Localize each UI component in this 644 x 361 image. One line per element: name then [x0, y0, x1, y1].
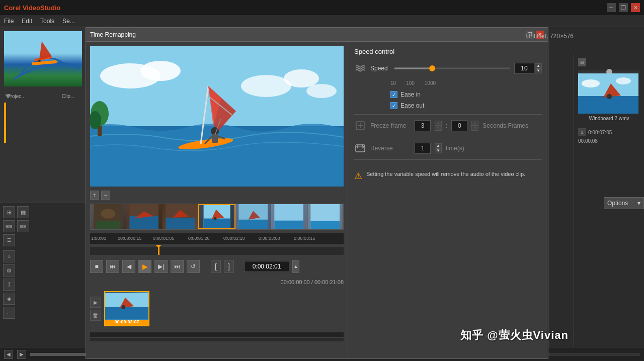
ruler-mark-1: 00:00:00:15	[118, 236, 142, 241]
timeline-frame-2[interactable]	[126, 204, 162, 229]
prev-frame-button[interactable]: ◀	[122, 260, 135, 273]
svg-point-6	[140, 61, 181, 81]
sidebar-slider[interactable]	[4, 103, 6, 143]
timeline-frame-3[interactable]	[163, 204, 198, 229]
speed-spin-up[interactable]: ▲	[535, 63, 542, 68]
timeline-frame-5[interactable]	[235, 204, 271, 229]
svg-rect-35	[275, 221, 304, 229]
sidebar-icon-settings[interactable]: ⚙	[3, 264, 15, 277]
svg-rect-30	[203, 219, 230, 228]
svg-point-48	[607, 94, 612, 99]
sidebar-video-preview	[4, 31, 82, 86]
svg-point-31	[214, 217, 216, 220]
menu-tools[interactable]: Tools	[40, 18, 54, 25]
sidebar-icon-grid[interactable]: ⊞	[3, 206, 15, 218]
ease-out-label: Ease out	[400, 102, 424, 109]
speed-icon	[354, 62, 366, 74]
zoom-out-button[interactable]: −	[101, 191, 110, 200]
reverse-up[interactable]: ▲	[435, 143, 442, 148]
dialog-title: Time Remapping	[90, 31, 136, 38]
svg-point-23	[101, 209, 116, 219]
track-delete-icon[interactable]: 🗑	[90, 310, 101, 321]
ruler-mark-3: 0:00:01:20	[188, 236, 210, 241]
sidebar-icon-color[interactable]: ◈	[3, 293, 15, 305]
reverse-arrows-icon	[355, 143, 366, 154]
right-grid-icon[interactable]: ⊞	[578, 58, 586, 66]
timeline-ruler: 1:00:00 00:00:00:15 0:00:01:05 0:00:01:2…	[90, 233, 344, 244]
timeline-strip	[90, 204, 344, 230]
sidebar-icon-film[interactable]: ▦	[17, 206, 29, 218]
zoom-in-button[interactable]: +	[90, 191, 99, 200]
speed-slider[interactable]	[394, 64, 510, 72]
reverse-unit-label: time(s)	[446, 145, 464, 152]
sidebar-icon-text[interactable]: T	[3, 279, 15, 291]
minimize-button[interactable]: ─	[607, 3, 616, 12]
time-info-value-1: 0:00:07:05	[588, 130, 612, 135]
stop-button[interactable]: ■	[90, 260, 103, 273]
ease-in-checkbox[interactable]: ✓	[390, 91, 397, 98]
track-icons: ▶ 🗑	[90, 297, 101, 321]
speed-row: Speed 10 ▲ ▼	[354, 62, 542, 74]
sidebar-preview-svg	[4, 31, 82, 86]
menu-edit[interactable]: Edit	[22, 18, 32, 25]
svg-point-7	[241, 75, 291, 97]
playhead[interactable]	[158, 247, 159, 255]
speed-scale-row: 10 100 1000	[390, 80, 542, 86]
sidebar-icon-circle[interactable]: ○	[3, 250, 15, 262]
menu-file[interactable]: File	[4, 18, 14, 25]
time-spinup-button[interactable]: ▲	[292, 260, 299, 273]
loop-button[interactable]: ↺	[187, 260, 200, 273]
prev-button[interactable]: ⏮	[106, 260, 119, 273]
zoom-controls: + −	[90, 190, 344, 201]
sidebar-icon-list[interactable]: ☰	[3, 234, 15, 246]
warning-text: Setting the variable speed will remove t…	[366, 170, 525, 178]
out-point-button[interactable]: ]	[224, 260, 234, 273]
time-info-value-2: 00:00:08	[578, 138, 598, 144]
speed-slider-thumb[interactable]	[429, 65, 435, 71]
freeze-frames-up: ▲	[471, 121, 478, 126]
next-frame-button[interactable]: ▶|	[154, 260, 168, 273]
ease-out-checkbox[interactable]: ✓	[390, 102, 397, 109]
svg-rect-28	[166, 218, 195, 229]
right-clip-label: Windboard 2.wmv	[578, 116, 640, 121]
ease-in-row: ✓ Ease in	[390, 91, 542, 98]
sidebar-icon-tool[interactable]: ⌐	[3, 307, 15, 319]
freeze-icon	[355, 120, 366, 131]
right-top-toolbar: ⊞	[578, 58, 640, 66]
bottom-prev-button[interactable]: ◀	[4, 350, 13, 359]
timeline-frame-7[interactable]	[307, 204, 343, 229]
sidebar-icon-sub1[interactable]: ⊟⊟	[3, 220, 15, 232]
timeline-frame-4[interactable]	[198, 204, 235, 229]
menu-se[interactable]: Se...	[62, 18, 75, 25]
freeze-frames-display: 0	[451, 120, 467, 131]
reverse-times-display: 1	[415, 143, 431, 154]
scale-mark-10: 10	[390, 80, 396, 86]
video-area: + −	[86, 42, 348, 358]
right-video-thumbnail	[578, 73, 638, 114]
title-bar-left: Corel VideoStudio	[4, 4, 60, 12]
bottom-next-button[interactable]: ▶	[17, 350, 26, 359]
speed-spin-down[interactable]: ▼	[535, 68, 542, 73]
timeline-frame-1[interactable]	[91, 204, 126, 229]
close-button[interactable]: ✕	[631, 3, 640, 12]
timeline-frame-6[interactable]	[271, 204, 307, 229]
track-insert-icon[interactable]: ▶	[90, 297, 101, 308]
sidebar-arrow-icon	[4, 93, 12, 102]
right-time-info: ⧖ 0:00:07:05 00:00:08	[574, 125, 644, 147]
in-point-button[interactable]: [	[211, 260, 221, 273]
options-button[interactable]: Options ▾	[604, 197, 644, 209]
play-button[interactable]: ▶	[138, 260, 151, 273]
reverse-down[interactable]: ▼	[435, 148, 442, 153]
track-clip[interactable]: 00:00:02:07	[104, 291, 149, 326]
freeze-frames-spinbox: ▲ ▼	[471, 121, 478, 131]
sidebar-bottom: ⊞ ▦ ⊟⊟ ⊟⊟ ☰ ○ ⚙ T	[0, 203, 89, 361]
main-area: Projec... Clip... ⊞ ▦ ⊟⊟ ⊟⊟	[0, 27, 644, 361]
next-button[interactable]: ⏭	[171, 260, 184, 273]
clip-label: Clip...	[59, 92, 78, 101]
ruler-mark-0: 1:00:00	[91, 236, 106, 241]
time-remapping-dialog: Time Remapping ❐ ✕	[86, 27, 548, 359]
time-info-row-1: ⧖ 0:00:07:05	[576, 127, 642, 137]
maximize-button[interactable]: ❐	[619, 3, 628, 12]
sidebar-icon-sub2[interactable]: ⊟⊟	[17, 220, 29, 232]
svg-rect-26	[130, 216, 159, 229]
